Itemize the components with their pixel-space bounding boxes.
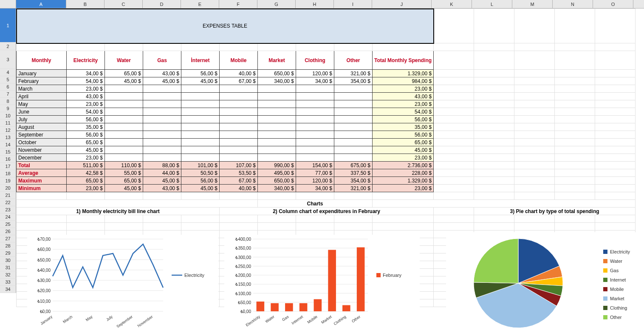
cell-10-6[interactable] (296, 146, 334, 154)
cell-6-0[interactable]: 56,00 $ (67, 116, 105, 123)
stat-label-2[interactable]: Maximum (17, 177, 67, 185)
cell-2-3[interactable] (181, 85, 220, 93)
cell-7-6[interactable] (296, 123, 334, 131)
month-1[interactable]: February (17, 77, 67, 85)
col-header-M[interactable]: M (512, 0, 553, 8)
row-header-21[interactable]: 21 (0, 192, 16, 199)
row-header-27[interactable]: 27 (0, 235, 16, 242)
stat-0-3[interactable]: 101,00 $ (181, 162, 220, 169)
stat-3-6[interactable]: 34,00 $ (296, 185, 334, 192)
cell-2-4[interactable] (220, 85, 258, 93)
stat-1-3[interactable]: 50,50 $ (181, 169, 220, 177)
cell-0-1[interactable]: 65,00 $ (105, 70, 143, 77)
cell-5-5[interactable] (258, 108, 296, 116)
cell-0-7[interactable]: 321,00 $ (334, 70, 373, 77)
cell-8-5[interactable] (258, 131, 296, 139)
stat-2-5[interactable]: 650,00 $ (258, 177, 296, 185)
row-header-5[interactable]: 5 (0, 76, 16, 83)
stat-0-7[interactable]: 675,00 $ (334, 162, 373, 169)
cell-4-3[interactable] (181, 100, 220, 108)
header-1[interactable]: Electricity (67, 51, 105, 70)
chart1-title[interactable]: 1) Monthly electricity bill line chart (17, 208, 220, 215)
cell-4-0[interactable]: 23,00 $ (67, 100, 105, 108)
cell-10-0[interactable]: 45,00 $ (67, 146, 105, 154)
cell-11-3[interactable] (181, 154, 220, 162)
header-9[interactable]: Total Monthly Spending (373, 51, 434, 70)
cell-8-0[interactable]: 56,00 $ (67, 131, 105, 139)
header-2[interactable]: Water (105, 51, 143, 70)
total-4[interactable]: 23,00 $ (373, 100, 434, 108)
cell-2-1[interactable] (105, 85, 143, 93)
cell-6-6[interactable] (296, 116, 334, 123)
cell-8-7[interactable] (334, 131, 373, 139)
stat-0-1[interactable]: 110,00 $ (105, 162, 143, 169)
stat-label-3[interactable]: Minimum (17, 185, 67, 192)
cell-0-4[interactable]: 40,00 $ (220, 70, 258, 77)
stat-1-1[interactable]: 55,00 $ (105, 169, 143, 177)
cell-9-6[interactable] (296, 139, 334, 146)
cell-1-0[interactable]: 54,00 $ (67, 77, 105, 85)
row-header-22[interactable]: 22 (0, 199, 16, 206)
row-header-18[interactable]: 18 (0, 170, 16, 177)
cell-6-4[interactable] (220, 116, 258, 123)
row-header-10[interactable]: 10 (0, 112, 16, 120)
col-header-G[interactable]: G (257, 0, 296, 8)
row-header-33[interactable]: 33 (0, 279, 16, 286)
row-header-12[interactable]: 12 (0, 127, 16, 134)
row-header-6[interactable]: 6 (0, 83, 16, 91)
month-6[interactable]: July (17, 116, 67, 123)
cell-9-7[interactable] (334, 139, 373, 146)
cell-11-4[interactable] (220, 154, 258, 162)
cell-10-5[interactable] (258, 146, 296, 154)
cell-5-3[interactable] (181, 108, 220, 116)
cell-7-5[interactable] (258, 123, 296, 131)
stat-3-4[interactable]: 40,00 $ (220, 185, 258, 192)
row-header-17[interactable]: 17 (0, 163, 16, 170)
stat-3-1[interactable]: 45,00 $ (105, 185, 143, 192)
cell-9-4[interactable] (220, 139, 258, 146)
row-header-15[interactable]: 15 (0, 148, 16, 156)
chart-line-electricity[interactable]: ₺0,00₺10,00₺20,00₺30,00₺40,00₺50,00₺60,0… (27, 235, 218, 328)
cell-2-7[interactable] (334, 85, 373, 93)
row-header-1[interactable]: 1 (0, 9, 16, 43)
cell-3-2[interactable] (143, 93, 181, 100)
stat-3-7[interactable]: 321,00 $ (334, 185, 373, 192)
cell-10-1[interactable] (105, 146, 143, 154)
cell-9-3[interactable] (181, 139, 220, 146)
col-header-J[interactable]: J (372, 0, 432, 8)
cell-4-7[interactable] (334, 100, 373, 108)
chart3-title[interactable]: 3) Pie chart by type of total spending (474, 208, 636, 215)
row-header-16[interactable]: 16 (0, 156, 16, 163)
cell-4-2[interactable] (143, 100, 181, 108)
cell-7-4[interactable] (220, 123, 258, 131)
row-header-4[interactable]: 4 (0, 69, 16, 76)
cell-1-4[interactable]: 67,00 $ (220, 77, 258, 85)
total-11[interactable]: 23,00 $ (373, 154, 434, 162)
row-header-8[interactable]: 8 (0, 98, 16, 105)
cell-5-7[interactable] (334, 108, 373, 116)
cell-8-2[interactable] (143, 131, 181, 139)
total-8[interactable]: 56,00 $ (373, 131, 434, 139)
stat-1-5[interactable]: 495,00 $ (258, 169, 296, 177)
col-header-O[interactable]: O (593, 0, 633, 8)
col-header-I[interactable]: I (334, 0, 372, 8)
header-5[interactable]: Mobile (220, 51, 258, 70)
stat-1-6[interactable]: 77,00 $ (296, 169, 334, 177)
row-header-32[interactable]: 32 (0, 271, 16, 279)
stat-2-1[interactable]: 65,00 $ (105, 177, 143, 185)
cell-6-2[interactable] (143, 116, 181, 123)
cell-10-4[interactable] (220, 146, 258, 154)
stat-total-1[interactable]: 228,00 $ (373, 169, 434, 177)
cell-11-0[interactable]: 23,00 $ (67, 154, 105, 162)
row-header-23[interactable]: 23 (0, 206, 16, 213)
stat-2-0[interactable]: 65,00 $ (67, 177, 105, 185)
header-8[interactable]: Other (334, 51, 373, 70)
header-4[interactable]: İnternet (181, 51, 220, 70)
row-header-25[interactable]: 25 (0, 221, 16, 228)
row-header-7[interactable]: 7 (0, 91, 16, 98)
cell-4-4[interactable] (220, 100, 258, 108)
stat-1-7[interactable]: 337,50 $ (334, 169, 373, 177)
col-header-B[interactable]: B (66, 0, 105, 8)
cell-5-0[interactable]: 54,00 $ (67, 108, 105, 116)
chart2-title[interactable]: 2) Column chart of expenditures in Febru… (220, 208, 434, 215)
